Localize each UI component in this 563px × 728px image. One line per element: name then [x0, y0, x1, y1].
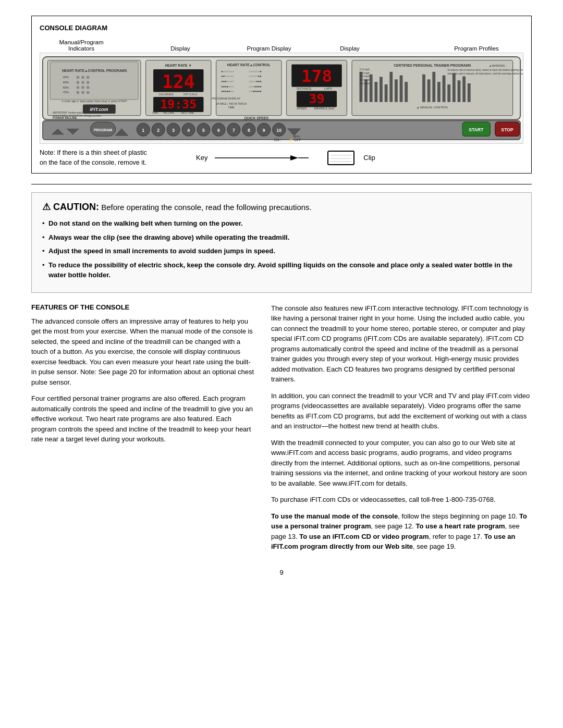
svg-rect-86: [468, 83, 471, 102]
caution-title-strong: ⚠ CAUTION:: [42, 202, 99, 212]
svg-text:●●○○○○○: ●●○○○○○: [221, 75, 234, 78]
svg-text:10: 10: [276, 128, 282, 133]
svg-text:2: 2: [157, 128, 160, 133]
label-manual-program: Manual/Program Indicators: [55, 39, 107, 52]
clip-label: Clip: [363, 154, 375, 162]
clip-svg: [325, 150, 357, 166]
svg-text:●●●●○○○: ●●●●○○○: [221, 85, 234, 88]
svg-text:7: 7: [232, 128, 235, 133]
svg-point-14: [76, 86, 79, 89]
caution-title: ⚠ CAUTION: Before operating the console,…: [42, 201, 521, 214]
svg-text:CERTIFIED PERSONAL TRAINER PRO: CERTIFIED PERSONAL TRAINER PROGRAMS: [394, 64, 471, 67]
svg-text:SEG.TIME: SEG.TIME: [181, 111, 194, 114]
right-paragraph-4: To purchase iFIT.com CDs or videocassett…: [271, 495, 532, 505]
svg-text:POWER INCLINE: POWER INCLINE: [53, 116, 77, 119]
section-divider: [31, 184, 532, 184]
right-paragraph-1: The console also features new iFIT.com i…: [271, 303, 532, 385]
svg-rect-77: [422, 75, 425, 102]
svg-text:stand the user's manual, all i: stand the user's manual, all instruction…: [447, 72, 523, 75]
svg-text:20%: 20%: [63, 76, 69, 79]
svg-text:75%: 75%: [63, 91, 69, 94]
caution-item-1: Do not stand on the walking belt when tu…: [42, 219, 521, 229]
right-column: The console also features new iFIT.com i…: [271, 303, 532, 558]
svg-rect-81: [443, 76, 446, 102]
svg-rect-78: [427, 79, 431, 102]
svg-point-11: [76, 81, 79, 84]
svg-text:1/4 MILE / 400 M TRACK: 1/4 MILE / 400 M TRACK: [216, 102, 247, 105]
svg-text:START: START: [469, 127, 484, 132]
console-diagram-section: CONSOLE DIAGRAM Manual/Program Indicator…: [31, 16, 532, 174]
svg-point-12: [81, 81, 84, 84]
svg-text:INCLINE: INCLINE: [163, 111, 174, 114]
svg-text:1: 1: [142, 128, 144, 133]
svg-text:3: 3: [172, 128, 175, 133]
svg-text:SPEED: SPEED: [297, 107, 307, 110]
svg-point-8: [76, 76, 79, 79]
svg-text:CALORIES: CALORIES: [158, 93, 174, 96]
svg-text:●○○○○○○: ●○○○○○○: [221, 70, 234, 73]
svg-rect-130: [328, 151, 354, 165]
svg-text:4.0 mph: 4.0 mph: [360, 75, 370, 78]
svg-point-10: [87, 76, 90, 79]
label-program-profiles: Program Profiles: [445, 45, 508, 52]
right-paragraph-2: In addition, you can connect the treadmi…: [271, 391, 532, 431]
svg-point-16: [87, 86, 90, 89]
key-note-line2: on the face of the console, remove it.: [40, 158, 196, 168]
svg-rect-84: [458, 80, 461, 102]
svg-text:178: 178: [301, 66, 332, 86]
svg-text:QUICK SPEED: QUICK SPEED: [244, 116, 269, 120]
svg-point-15: [81, 86, 84, 89]
svg-text:PROGRAM DISPLAY: PROGRAM DISPLAY: [212, 97, 240, 100]
svg-point-13: [87, 81, 90, 84]
console-diagram-image: HEART RATE▲CONTROL PROGRAMS 20% 40% 60% …: [40, 53, 523, 144]
svg-point-18: [81, 91, 84, 94]
caution-item-4: To reduce the possibility of electric sh…: [42, 261, 521, 280]
svg-text:IMPORTANT: Incline must be set: IMPORTANT: Incline must be set at lowest…: [53, 112, 106, 114]
svg-text:9: 9: [263, 128, 265, 133]
svg-text:2.0 mph: 2.0 mph: [360, 68, 370, 71]
svg-text:① enter age ② wear pulse chest: ① enter age ② wear pulse chest strap ③ p…: [62, 100, 128, 103]
svg-text:6: 6: [217, 128, 220, 133]
svg-rect-68: [389, 72, 393, 102]
svg-text:▲ MANUAL CONTROL: ▲ MANUAL CONTROL: [417, 106, 449, 109]
key-clip-middle: Key Clip: [196, 150, 523, 166]
key-note-line1: Note: If there is a thin sheet of plasti…: [40, 148, 196, 158]
svg-text:ON ↑: ON ↑: [274, 138, 282, 142]
svg-text:▲WARNING :: ▲WARNING :: [489, 64, 507, 67]
right-paragraph-3: With the treadmill connected to your com…: [271, 438, 532, 489]
main-content: FEATURES OF THE CONSOLE The advanced con…: [31, 303, 532, 558]
caution-item-2: Always wear the clip (see the drawing ab…: [42, 233, 521, 243]
page-number: 9: [31, 569, 532, 576]
svg-text:○○○●●●●: ○○○●●●●: [249, 85, 261, 88]
svg-rect-83: [452, 73, 456, 102]
key-clip-row: Note: If there is a thin sheet of plasti…: [40, 148, 523, 168]
svg-text:○○○○●●●: ○○○○●●●: [249, 80, 261, 83]
svg-marker-128: [290, 155, 298, 161]
svg-rect-66: [380, 77, 383, 102]
console-diagram-title: CONSOLE DIAGRAM: [40, 24, 523, 32]
svg-rect-70: [400, 76, 403, 102]
svg-text:FAT CALS.: FAT CALS.: [183, 93, 199, 96]
svg-text:○○○○○○●: ○○○○○○●: [249, 70, 261, 73]
svg-text:○○●●●●●: ○○●●●●●: [249, 90, 261, 93]
svg-text:40%: 40%: [63, 81, 69, 84]
svg-text:8: 8: [248, 128, 250, 133]
label-display1: Display: [165, 45, 196, 52]
svg-text:5.0 mph: 5.0 mph: [360, 78, 370, 81]
svg-text:●●●○○○○: ●●●○○○○: [221, 80, 234, 83]
key-note-text: Note: If there is a thin sheet of plasti…: [40, 148, 196, 168]
svg-text:MIN/MILE (km): MIN/MILE (km): [314, 107, 335, 110]
svg-text:LAPS: LAPS: [324, 87, 332, 90]
svg-text:PROGRAM: PROGRAM: [94, 128, 113, 132]
label-display2: Display: [334, 45, 365, 52]
features-paragraph-1: The advanced console offers an impressiv…: [31, 316, 255, 388]
features-paragraph-2: Four certified personal trainer programs…: [31, 393, 255, 445]
svg-rect-64: [370, 75, 373, 102]
svg-text:TIME: TIME: [228, 106, 235, 109]
svg-text:TIME: TIME: [152, 111, 158, 114]
svg-rect-65: [374, 82, 377, 102]
svg-text:60%: 60%: [63, 86, 69, 89]
svg-text:4: 4: [187, 128, 190, 133]
svg-text:○○○○○●●: ○○○○○●●: [249, 75, 261, 78]
diagram-labels-row: Manual/Program Indicators Display Progra…: [40, 36, 523, 52]
